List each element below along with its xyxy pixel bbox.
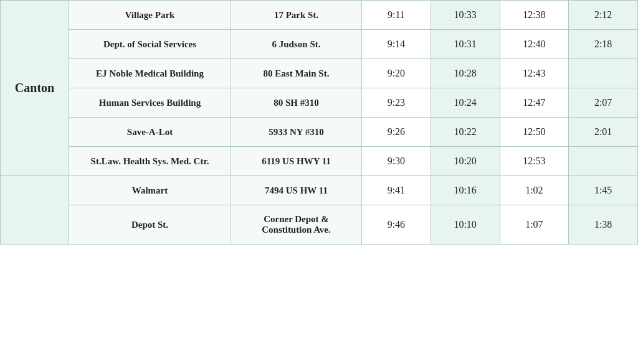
time-col-2: 10:10 — [431, 205, 500, 245]
region-cell: Canton — [1, 1, 69, 176]
time-col-1: 9:11 — [362, 1, 431, 30]
location-cell: Depot St. — [69, 205, 231, 245]
table-row: Depot St.Corner Depot &Constitution Ave.… — [1, 205, 638, 245]
table-row: Human Services Building80 SH #3109:2310:… — [1, 88, 638, 118]
time-col-3: 1:02 — [500, 176, 569, 205]
time-col-3: 1:07 — [500, 205, 569, 245]
time-col-2: 10:28 — [431, 59, 500, 88]
time-col-2: 10:33 — [431, 1, 500, 30]
location-cell: Human Services Building — [69, 88, 231, 118]
time-col-1: 9:26 — [362, 118, 431, 147]
time-col-4 — [569, 147, 638, 176]
time-col-2: 10:22 — [431, 118, 500, 147]
table-row: Dept. of Social Services6 Judson St.9:14… — [1, 30, 638, 59]
time-col-1: 9:30 — [362, 147, 431, 176]
location-cell: Save-A-Lot — [69, 118, 231, 147]
time-col-4: 2:01 — [569, 118, 638, 147]
address-cell: 5933 NY #310 — [231, 118, 362, 147]
time-col-1: 9:23 — [362, 88, 431, 118]
time-col-2: 10:31 — [431, 30, 500, 59]
time-col-4: 2:18 — [569, 30, 638, 59]
time-col-3: 12:47 — [500, 88, 569, 118]
time-col-3: 12:43 — [500, 59, 569, 88]
location-cell: Walmart — [69, 176, 231, 205]
time-col-2: 10:16 — [431, 176, 500, 205]
table-row: Save-A-Lot5933 NY #3109:2610:2212:502:01 — [1, 118, 638, 147]
time-col-1: 9:46 — [362, 205, 431, 245]
table-row: EJ Noble Medical Building80 East Main St… — [1, 59, 638, 88]
table-row: CantonVillage Park17 Park St.9:1110:3312… — [1, 1, 638, 30]
time-col-3: 12:38 — [500, 1, 569, 30]
location-cell: Dept. of Social Services — [69, 30, 231, 59]
time-col-3: 12:53 — [500, 147, 569, 176]
address-cell: Corner Depot &Constitution Ave. — [231, 205, 362, 245]
time-col-1: 9:41 — [362, 176, 431, 205]
address-cell: 80 East Main St. — [231, 59, 362, 88]
time-col-1: 9:20 — [362, 59, 431, 88]
time-col-3: 12:40 — [500, 30, 569, 59]
address-cell: 6 Judson St. — [231, 30, 362, 59]
time-col-3: 12:50 — [500, 118, 569, 147]
address-cell: 17 Park St. — [231, 1, 362, 30]
table-row: St.Law. Health Sys. Med. Ctr.6119 US HWY… — [1, 147, 638, 176]
address-cell: 6119 US HWY 11 — [231, 147, 362, 176]
time-col-4: 2:12 — [569, 1, 638, 30]
address-cell: 7494 US HW 11 — [231, 176, 362, 205]
location-cell: EJ Noble Medical Building — [69, 59, 231, 88]
address-cell: 80 SH #310 — [231, 88, 362, 118]
time-col-4: 2:07 — [569, 88, 638, 118]
time-col-4: 1:38 — [569, 205, 638, 245]
time-col-2: 10:24 — [431, 88, 500, 118]
location-cell: Village Park — [69, 1, 231, 30]
time-col-2: 10:20 — [431, 147, 500, 176]
time-col-4: 1:45 — [569, 176, 638, 205]
region-cell — [1, 176, 69, 245]
table-row: Walmart7494 US HW 119:4110:161:021:45 — [1, 176, 638, 205]
time-col-4 — [569, 59, 638, 88]
time-col-1: 9:14 — [362, 30, 431, 59]
location-cell: St.Law. Health Sys. Med. Ctr. — [69, 147, 231, 176]
schedule-table: CantonVillage Park17 Park St.9:1110:3312… — [0, 0, 638, 245]
